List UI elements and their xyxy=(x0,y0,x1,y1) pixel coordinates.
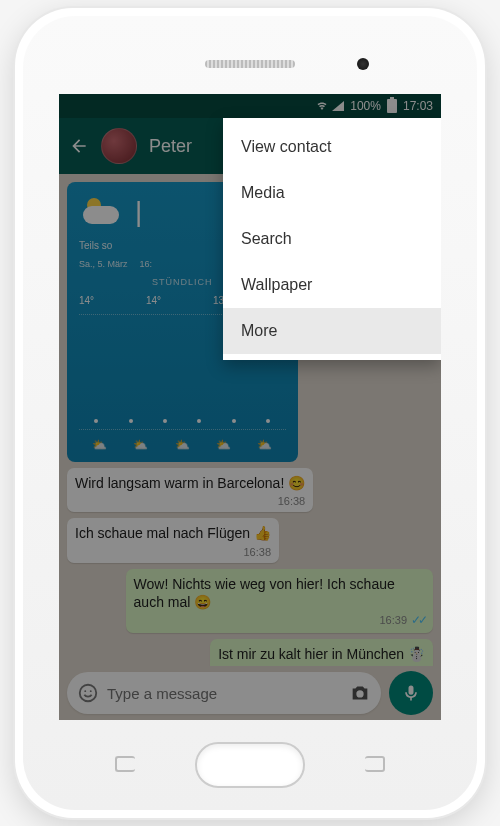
back-softkey[interactable] xyxy=(365,756,385,772)
message-time: 16:38 xyxy=(278,494,306,508)
overflow-menu: View contactMediaSearchWallpaperMore xyxy=(223,118,441,360)
weather-row-icons: ⛅⛅⛅⛅⛅ xyxy=(79,438,286,452)
menu-item-search[interactable]: Search xyxy=(223,216,441,262)
message-time: 16:38 xyxy=(243,545,271,559)
menu-item-view-contact[interactable]: View contact xyxy=(223,124,441,170)
emoji-button[interactable] xyxy=(77,682,99,704)
message-row: Wow! Nichts wie weg von hier! Ich schaue… xyxy=(67,569,433,633)
message-text: Wird langsam warm in Barcelona! 😊 xyxy=(75,474,305,492)
message-meta: 16:39✓✓ xyxy=(134,613,425,629)
signal-icon xyxy=(332,101,344,111)
status-bar: 100% 17:03 xyxy=(59,94,441,118)
message-bubble[interactable]: Wow! Nichts wie weg von hier! Ich schaue… xyxy=(126,569,433,633)
speaker-grille xyxy=(205,60,295,68)
svg-point-0 xyxy=(80,685,97,702)
wifi-icon xyxy=(316,100,328,112)
phone-bezel: 100% 17:03 Peter | Teils so xyxy=(23,16,477,810)
battery-percent: 100% xyxy=(350,99,381,113)
message-text: Ich schaue mal nach Flügen 👍 xyxy=(75,524,271,542)
svg-point-2 xyxy=(90,690,92,692)
message-row: Wird langsam warm in Barcelona! 😊16:38 xyxy=(67,468,433,512)
camera-icon xyxy=(349,682,371,704)
screen: 100% 17:03 Peter | Teils so xyxy=(59,94,441,720)
emoji-icon xyxy=(77,682,99,704)
message-text: Wow! Nichts wie weg von hier! Ich schaue… xyxy=(134,575,425,611)
menu-item-media[interactable]: Media xyxy=(223,170,441,216)
avatar[interactable] xyxy=(101,128,137,164)
mic-icon xyxy=(401,683,421,703)
message-bubble[interactable]: Wird langsam warm in Barcelona! 😊16:38 xyxy=(67,468,313,512)
message-input[interactable] xyxy=(107,685,341,702)
message-input-container xyxy=(67,672,381,714)
message-bubble[interactable]: Ich schaue mal nach Flügen 👍16:38 xyxy=(67,518,279,562)
message-row: Ich schaue mal nach Flügen 👍16:38 xyxy=(67,518,433,562)
mic-button[interactable] xyxy=(389,671,433,715)
front-camera xyxy=(357,58,369,70)
message-text: Ist mir zu kalt hier in München ☃️ xyxy=(218,645,425,663)
phone-frame: 100% 17:03 Peter | Teils so xyxy=(15,8,485,818)
clock: 17:03 xyxy=(403,99,433,113)
svg-point-1 xyxy=(84,690,86,692)
weather-sun-cloud-icon xyxy=(79,192,127,232)
status-icons xyxy=(316,100,344,112)
menu-item-more[interactable]: More xyxy=(223,308,441,354)
message-time: 16:39 xyxy=(379,613,407,629)
recents-softkey[interactable] xyxy=(115,756,135,772)
input-bar xyxy=(59,666,441,720)
camera-button[interactable] xyxy=(349,682,371,704)
message-meta: 16:38 xyxy=(75,545,271,559)
menu-item-wallpaper[interactable]: Wallpaper xyxy=(223,262,441,308)
message-meta: 16:38 xyxy=(75,494,305,508)
home-button[interactable] xyxy=(195,742,305,788)
read-ticks-icon: ✓✓ xyxy=(411,613,425,629)
message-row: Ist mir zu kalt hier in München ☃️16:40✓… xyxy=(67,639,433,666)
battery-icon xyxy=(387,99,397,113)
message-bubble[interactable]: Ist mir zu kalt hier in München ☃️16:40✓… xyxy=(210,639,433,666)
back-button[interactable] xyxy=(69,136,89,156)
arrow-left-icon xyxy=(69,136,89,156)
